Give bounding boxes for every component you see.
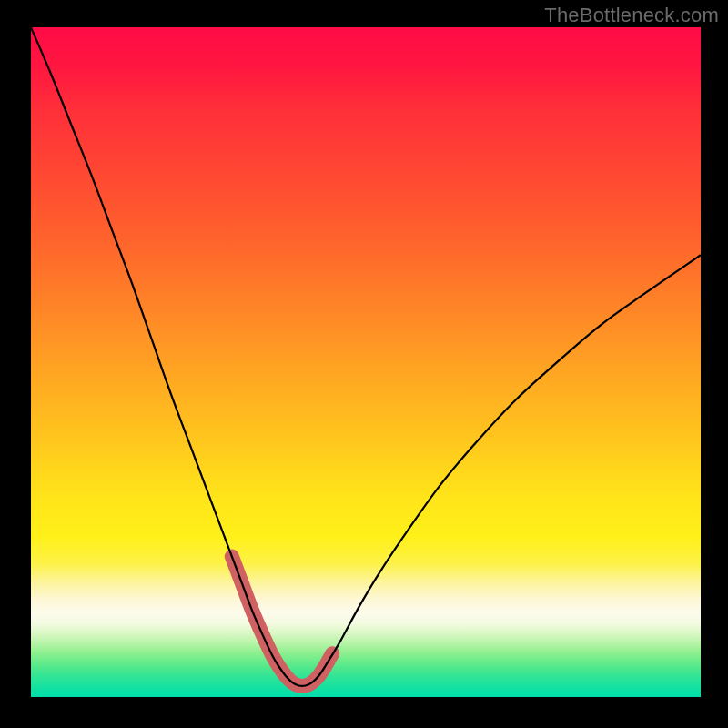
image-frame: TheBottleneck.com: [0, 0, 728, 728]
bottleneck-curve-line: [31, 27, 701, 686]
plot-area: [31, 27, 701, 697]
chart-svg: [31, 27, 701, 697]
highlight-blob-icon: [232, 556, 332, 686]
watermark-text: TheBottleneck.com: [544, 4, 719, 27]
